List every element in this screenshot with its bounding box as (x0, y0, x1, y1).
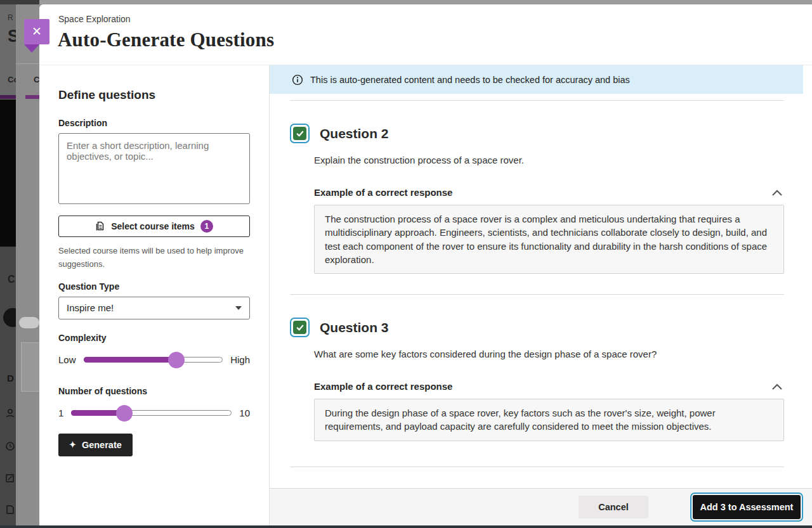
course-items-icon (95, 221, 105, 231)
background-panel-edge: C (16, 0, 39, 528)
close-button[interactable]: ✕ (24, 19, 49, 44)
complexity-label: Complexity (58, 333, 250, 343)
question-title: Question 3 (320, 320, 389, 335)
background-pill (19, 317, 39, 328)
background-video-block (0, 100, 16, 247)
select-course-items-label: Select course items (111, 221, 195, 231)
num-questions-max: 10 (239, 408, 250, 418)
define-questions-panel: Define questions Description Select cour… (39, 65, 270, 525)
chevron-down-icon (235, 306, 242, 310)
add-to-assessment-button[interactable]: Add 3 to Assessment (693, 495, 801, 519)
question-card: Question 2 Explain the construction proc… (270, 101, 812, 294)
dialog-footer: Cancel Add 3 to Assessment (270, 488, 812, 525)
divider (290, 467, 784, 467)
select-course-items-button[interactable]: Select course items 1 (58, 216, 250, 237)
questions-scroll-area[interactable]: Question 2 Explain the construction proc… (270, 94, 812, 488)
num-questions-slider[interactable] (71, 410, 232, 416)
complexity-low-label: Low (58, 354, 76, 365)
panel-heading: Define questions (58, 88, 250, 102)
question-checkbox[interactable] (290, 318, 310, 337)
dialog-header: Space Exploration Auto-Generate Question… (39, 4, 812, 65)
complexity-slider-thumb[interactable] (168, 352, 185, 368)
course-name: Space Exploration (58, 14, 131, 24)
complexity-high-label: High (230, 354, 250, 365)
background-section-heading: D (7, 373, 14, 383)
chevron-up-icon[interactable] (770, 188, 784, 198)
complexity-slider[interactable] (84, 357, 223, 363)
close-icon: ✕ (32, 25, 42, 38)
selected-count-badge: 1 (200, 220, 213, 233)
question-text: What are some key factors considered dur… (314, 349, 784, 359)
background-page-left-column: R S Co C D (0, 0, 16, 528)
example-response-text: The construction process of a space rove… (314, 205, 784, 274)
ai-content-banner: This is auto-generated content and needs… (270, 65, 803, 94)
generate-label: Generate (82, 440, 122, 450)
background-tab: Co (8, 75, 16, 84)
background-top-edge (0, 0, 812, 4)
question-title: Question 2 (320, 126, 389, 141)
avatar (3, 308, 16, 327)
description-label: Description (58, 118, 250, 128)
slider-fill (84, 357, 176, 363)
generated-questions-area: This is auto-generated content and needs… (270, 65, 812, 525)
auto-generate-questions-dialog: ✕ Space Exploration Auto-Generate Questi… (39, 4, 812, 525)
background-breadcrumb: R (8, 13, 13, 22)
description-input[interactable] (58, 133, 250, 204)
chevron-up-icon[interactable] (770, 382, 784, 392)
person-icon (5, 408, 15, 418)
question-type-label: Question Type (58, 281, 250, 292)
background-card (21, 342, 39, 392)
background-bottom-edge (0, 525, 812, 528)
helper-text: Selected course items will be used to he… (58, 244, 250, 271)
example-response-text: During the design phase of a space rover… (314, 399, 784, 441)
checkbox-check-icon (293, 127, 306, 140)
background-tab-underline (25, 95, 39, 99)
question-checkbox[interactable] (290, 124, 310, 143)
generate-button[interactable]: ✦ Generate (58, 434, 133, 456)
question-type-select[interactable]: Inspire me! (58, 297, 250, 319)
background-page-title: S (8, 27, 16, 46)
question-card: Question 3 What are some key factors con… (270, 295, 812, 467)
document-icon (5, 505, 15, 515)
banner-text: This is auto-generated content and needs… (310, 75, 630, 85)
cancel-button[interactable]: Cancel (579, 496, 648, 518)
dialog-title: Auto-Generate Questions (58, 29, 274, 51)
question-type-value: Inspire me! (67, 302, 114, 313)
num-questions-label: Number of questions (58, 386, 250, 396)
sparkle-icon: ✦ (69, 441, 76, 449)
screen: R S Co C D C (0, 0, 812, 528)
background-tab: C (34, 75, 39, 84)
background-section-heading: C (8, 274, 15, 285)
checkbox-check-icon (293, 321, 306, 334)
num-questions-min: 1 (58, 408, 63, 418)
info-icon (292, 74, 303, 86)
edit-icon (5, 473, 15, 483)
divider (16, 63, 39, 64)
num-questions-slider-thumb[interactable] (116, 405, 133, 422)
clock-icon (5, 441, 15, 451)
example-response-label: Example of a correct response (314, 187, 452, 198)
background-top-edge-dark (0, 0, 39, 4)
example-response-label: Example of a correct response (314, 381, 452, 392)
background-tab-underline (0, 95, 16, 99)
question-text: Explain the construction process of a sp… (314, 155, 784, 165)
